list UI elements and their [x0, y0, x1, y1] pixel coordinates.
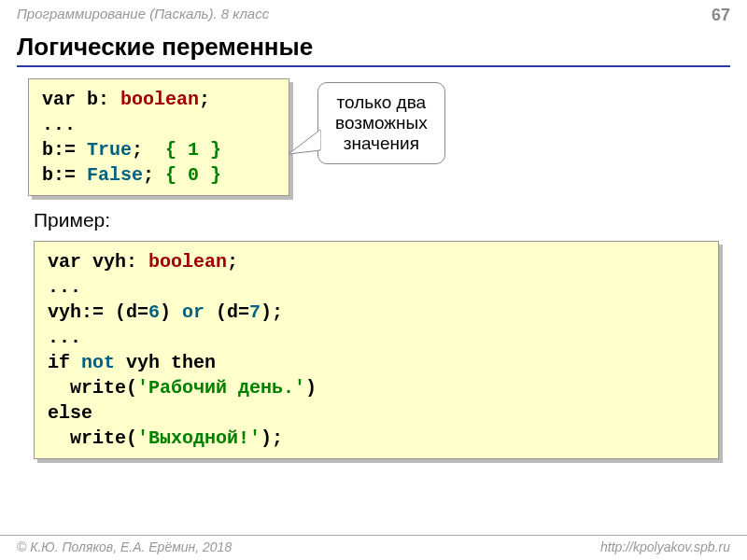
kw-false: False [87, 164, 143, 186]
callout-line: возможных [335, 113, 428, 133]
first-row: var b: boolean; ... b:= True; { 1 } b:= … [28, 78, 719, 196]
kw-boolean: boolean [120, 89, 199, 110]
speech-tail-icon [287, 122, 324, 160]
footer-right: http://kpolyakov.spb.ru [600, 539, 730, 554]
slide-content: var b: boolean; ... b:= True; { 1 } b:= … [0, 78, 747, 459]
svg-marker-1 [318, 131, 320, 149]
kw-else: else [48, 402, 92, 424]
kw-var: var [42, 89, 76, 110]
slide-title: Логические переменные [17, 27, 730, 67]
callout-bubble: только два возможных значения [317, 82, 445, 164]
footer-left: © К.Ю. Поляков, Е.А. Ерёмин, 2018 [17, 539, 232, 554]
example-label: Пример: [34, 209, 719, 231]
code-block-2: var vyh: boolean; ... vyh:= (d=6) or (d=… [34, 241, 719, 459]
kw-true: True [87, 139, 132, 161]
header-left: Программирование (Паскаль). 8 класс [17, 6, 269, 21]
slide-footer: © К.Ю. Поляков, Е.А. Ерёмин, 2018 http:/… [0, 535, 747, 554]
string-literal: 'Рабочий день.' [137, 377, 305, 399]
comment: { 1 } [165, 139, 221, 161]
callout-line: значения [335, 133, 428, 154]
kw-boolean: boolean [148, 251, 227, 273]
svg-marker-0 [289, 130, 320, 154]
code-block-1: var b: boolean; ... b:= True; { 1 } b:= … [28, 78, 289, 196]
page-number: 67 [712, 6, 730, 25]
kw-then: then [171, 352, 216, 373]
kw-or: or [182, 301, 204, 323]
kw-if: if [48, 352, 70, 373]
callout-line: только два [335, 92, 428, 113]
kw-not: not [81, 352, 115, 373]
string-literal: 'Выходной!' [137, 427, 261, 449]
slide-header: Программирование (Паскаль). 8 класс 67 [0, 0, 747, 27]
comment: { 0 } [165, 164, 221, 186]
kw-var: var [48, 251, 81, 273]
